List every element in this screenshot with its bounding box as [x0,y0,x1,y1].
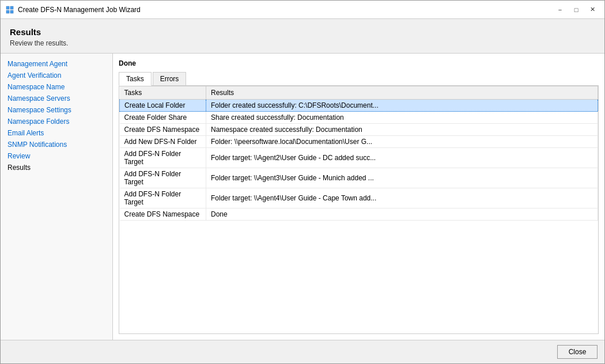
svg-rect-3 [10,10,13,13]
cell-task-2: Create DFS Namespace [120,124,206,136]
cell-result-0: Folder created successfully: C:\DFSRoots… [206,100,598,112]
cell-task-3: Add New DFS-N Folder [120,136,206,148]
cell-task-1: Create Folder Share [120,112,206,124]
cell-task-6: Add DFS-N Folder Target [120,188,206,208]
cell-result-7: Done [206,208,598,221]
table-row[interactable]: Create DFS NamespaceDone [120,208,598,221]
sidebar-item-management-agent[interactable]: Management Agent [1,58,112,70]
cell-result-4: Folder target: \\Agent2\User Guide - DC … [206,148,598,168]
svg-rect-2 [6,10,9,13]
content-area: Results Review the results. Management A… [1,19,604,340]
sidebar-item-email-alerts[interactable]: Email Alerts [1,127,112,139]
table-row[interactable]: Create Folder ShareShare created success… [120,112,598,124]
app-icon [5,5,14,14]
column-header-results: Results [206,86,598,100]
maximize-button[interactable]: □ [569,4,584,16]
sidebar-item-namespace-settings[interactable]: Namespace Settings [1,104,112,116]
sidebar-item-snmp-notifications[interactable]: SNMP Notifications [1,139,112,150]
done-label: Done [119,59,599,67]
svg-rect-1 [10,6,13,9]
tabs-container: TasksErrors [119,72,599,86]
footer: Close [1,340,604,363]
page-title: Results [10,27,595,37]
table-body: Create Local FolderFolder created succes… [120,100,598,221]
sidebar-item-namespace-name[interactable]: Namespace Name [1,81,112,93]
table-row[interactable]: Create DFS NamespaceNamespace created su… [120,124,598,136]
cell-result-5: Folder target: \\Agent3\User Guide - Mun… [206,168,598,188]
table-wrapper: Tasks Results Create Local FolderFolder … [119,86,599,334]
table-row[interactable]: Add DFS-N Folder TargetFolder target: \\… [120,168,598,188]
right-panel: Done TasksErrors Tasks Results Create [113,54,604,340]
results-table: Tasks Results Create Local FolderFolder … [119,86,598,221]
title-bar-controls: − □ ✕ [553,4,600,16]
sidebar-item-agent-verification[interactable]: Agent Verification [1,70,112,81]
header-section: Results Review the results. [1,19,604,53]
close-button[interactable]: Close [557,345,598,359]
svg-rect-0 [6,6,9,9]
cell-task-5: Add DFS-N Folder Target [120,168,206,188]
window-close-button[interactable]: ✕ [585,4,600,16]
sidebar-item-namespace-folders[interactable]: Namespace Folders [1,116,112,127]
sidebar-item-results[interactable]: Results [1,162,112,173]
title-bar-text: Create DFS-N Management Job Wizard [18,6,553,14]
sidebar-item-namespace-servers[interactable]: Namespace Servers [1,93,112,104]
table-row[interactable]: Add DFS-N Folder TargetFolder target: \\… [120,148,598,168]
column-header-tasks: Tasks [120,86,206,100]
cell-result-2: Namespace created successfully: Document… [206,124,598,136]
page-subtitle: Review the results. [10,39,595,47]
table-row[interactable]: Create Local FolderFolder created succes… [120,100,598,112]
cell-result-3: Folder: \\peersoftware.local\Documentati… [206,136,598,148]
cell-task-4: Add DFS-N Folder Target [120,148,206,168]
title-bar: Create DFS-N Management Job Wizard − □ ✕ [1,1,604,19]
minimize-button[interactable]: − [553,4,568,16]
tab-errors[interactable]: Errors [153,72,187,85]
cell-task-0: Create Local Folder [120,100,206,112]
table-header: Tasks Results [120,86,598,100]
sidebar: Management AgentAgent VerificationNamesp… [1,54,113,340]
table-row[interactable]: Add DFS-N Folder TargetFolder target: \\… [120,188,598,208]
main-content: Management AgentAgent VerificationNamesp… [1,53,604,340]
table-row[interactable]: Add New DFS-N FolderFolder: \\peersoftwa… [120,136,598,148]
cell-result-6: Folder target: \\Agent4\User Guide - Cap… [206,188,598,208]
cell-result-1: Share created successfully: Documentatio… [206,112,598,124]
sidebar-item-review[interactable]: Review [1,150,112,162]
tab-tasks[interactable]: Tasks [119,72,152,86]
cell-task-7: Create DFS Namespace [120,208,206,221]
main-window: Create DFS-N Management Job Wizard − □ ✕… [0,0,605,364]
